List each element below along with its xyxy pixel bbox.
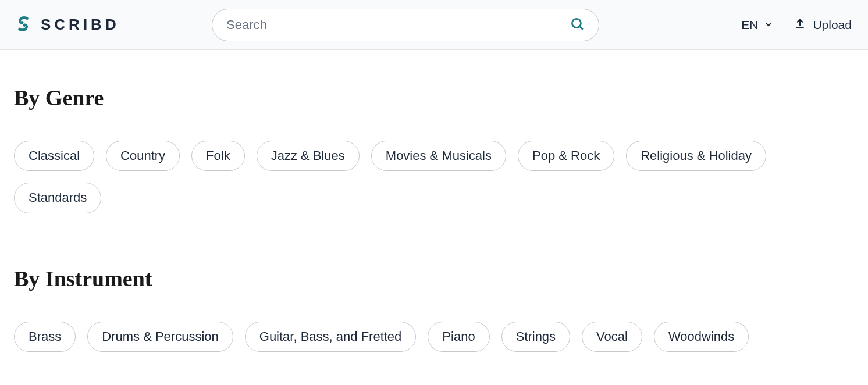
search-icon[interactable] (570, 16, 585, 34)
svg-point-0 (572, 19, 581, 27)
genre-pill-row: Classical Country Folk Jazz & Blues Movi… (14, 141, 854, 213)
genre-pill-pop-rock[interactable]: Pop & Rock (518, 141, 614, 171)
language-selector[interactable]: EN (741, 18, 773, 32)
genre-pill-movies-musicals[interactable]: Movies & Musicals (371, 141, 506, 171)
instrument-pill-strings[interactable]: Strings (501, 322, 570, 352)
instrument-pill-guitar-bass-fretted[interactable]: Guitar, Bass, and Fretted (245, 322, 417, 352)
main-content: By Genre Classical Country Folk Jazz & B… (0, 50, 868, 385)
upload-button[interactable]: Upload (794, 17, 852, 32)
brand-logo[interactable]: SCRIBD (14, 15, 212, 35)
genre-heading: By Genre (14, 85, 854, 110)
language-label: EN (741, 18, 758, 32)
search-input[interactable] (226, 17, 570, 33)
chevron-down-icon (764, 18, 773, 32)
instrument-pill-woodwinds[interactable]: Woodwinds (654, 322, 749, 352)
search-bar[interactable] (212, 9, 599, 41)
genre-pill-classical[interactable]: Classical (14, 141, 94, 171)
instrument-pill-brass[interactable]: Brass (14, 322, 76, 352)
instrument-pill-drums-percussion[interactable]: Drums & Percussion (87, 322, 233, 352)
instrument-heading: By Instrument (14, 266, 854, 291)
instrument-pill-row: Brass Drums & Percussion Guitar, Bass, a… (14, 322, 854, 352)
genre-pill-folk[interactable]: Folk (191, 141, 245, 171)
genre-pill-standards[interactable]: Standards (14, 183, 101, 213)
instrument-pill-piano[interactable]: Piano (428, 322, 489, 352)
genre-pill-jazz-blues[interactable]: Jazz & Blues (257, 141, 360, 171)
genre-pill-country[interactable]: Country (106, 141, 180, 171)
instrument-pill-vocal[interactable]: Vocal (582, 322, 642, 352)
header: SCRIBD EN (0, 0, 868, 50)
scribd-logo-icon (14, 15, 33, 35)
upload-icon (794, 17, 806, 32)
search-container (212, 9, 599, 41)
brand-name: SCRIBD (41, 16, 120, 34)
upload-label: Upload (813, 18, 852, 32)
svg-line-1 (579, 26, 582, 29)
genre-pill-religious-holiday[interactable]: Religious & Holiday (626, 141, 766, 171)
header-right: EN Upload (741, 17, 854, 32)
